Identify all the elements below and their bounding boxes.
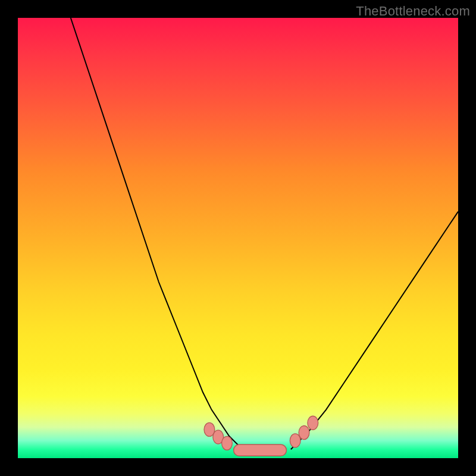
chart-svg [18, 18, 458, 458]
flat-bottom-segment [234, 444, 287, 456]
chart-frame: TheBottleneck.com [0, 0, 476, 476]
curve-group [71, 18, 458, 456]
marker-dot [222, 436, 233, 450]
attribution-text: TheBottleneck.com [356, 4, 470, 19]
right-curve [291, 212, 458, 450]
plot-area [18, 18, 458, 458]
marker-dot [299, 426, 309, 440]
marker-dot [308, 416, 318, 430]
left-curve [71, 18, 247, 449]
